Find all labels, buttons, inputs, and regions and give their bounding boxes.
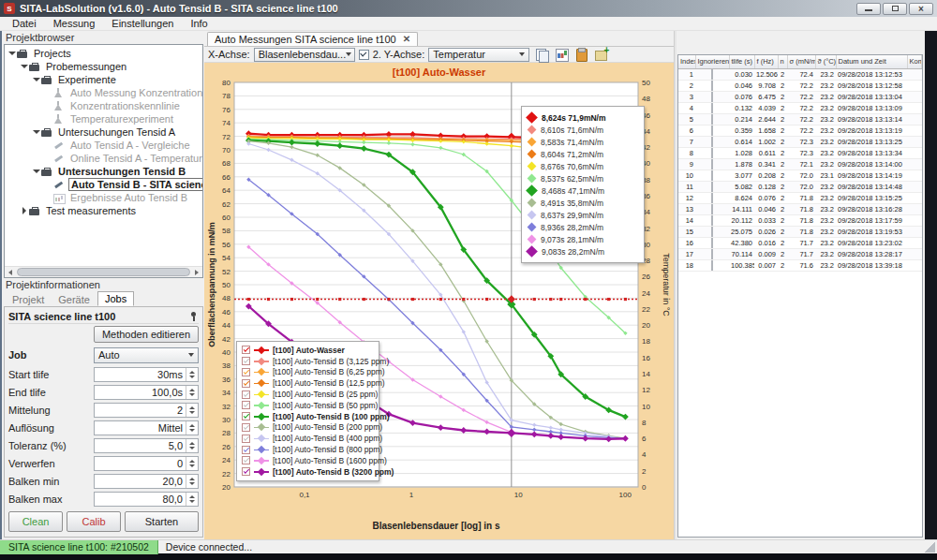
- tree-item[interactable]: Untersuchungen Tensid A: [5, 125, 202, 139]
- spinner-arrows[interactable]: [186, 475, 198, 488]
- table-row[interactable]: 81.0280.611272.323.209/28/2018 13:13:34: [678, 147, 922, 158]
- column-header[interactable]: σ (mN/m): [787, 55, 815, 68]
- job-select[interactable]: Auto: [94, 347, 199, 363]
- tree-item[interactable]: Projects: [5, 47, 202, 60]
- y2-axis-select[interactable]: Temperatur: [428, 48, 529, 62]
- ignore-checkbox[interactable]: [711, 92, 713, 102]
- column-header[interactable]: ϑ (°C): [815, 55, 836, 68]
- expander-open-icon[interactable]: [32, 169, 41, 173]
- tree-item[interactable]: Auto Tensid A - Vergleiche: [5, 139, 202, 152]
- column-header[interactable]: Ignorieren: [695, 55, 729, 68]
- table-row[interactable]: 1525.0750.026271.823.209/28/2018 13:19:5…: [678, 226, 922, 237]
- column-header[interactable]: Kommentar: [907, 55, 922, 68]
- legend-item[interactable]: [t100] Auto-Wasser: [242, 345, 374, 356]
- starten-button[interactable]: Starten: [125, 511, 199, 532]
- spinner-arrows[interactable]: [186, 439, 198, 452]
- spinner-arrows[interactable]: [186, 368, 198, 381]
- table-row[interactable]: 70.6141.002272.323.209/28/2018 13:13:25: [678, 136, 922, 147]
- y2-axis-checkbox[interactable]: [359, 50, 369, 60]
- minimize-button[interactable]: [856, 3, 881, 15]
- ignore-checkbox[interactable]: [711, 159, 713, 169]
- table-row[interactable]: 128.6240.076271.823.209/28/2018 13:15:25: [678, 192, 922, 203]
- spinner-arrows[interactable]: [186, 404, 198, 417]
- calib-button[interactable]: Calib: [67, 511, 121, 532]
- legend-checkbox[interactable]: [242, 456, 250, 464]
- tab-projekt[interactable]: Projekt: [6, 293, 51, 306]
- expander-open-icon[interactable]: [32, 78, 41, 81]
- table-row[interactable]: 60.3591.658272.223.209/28/2018 13:13:19: [678, 125, 922, 136]
- scroll-right-icon[interactable]: [191, 267, 202, 277]
- field-start-tlife[interactable]: 30ms: [94, 367, 199, 382]
- ignore-checkbox[interactable]: [711, 103, 713, 113]
- legend-checkbox[interactable]: [242, 423, 250, 432]
- ignore-checkbox[interactable]: [711, 114, 713, 125]
- ignore-checkbox[interactable]: [711, 215, 713, 226]
- field-verwerfen[interactable]: 0: [94, 456, 199, 471]
- column-header[interactable]: Index: [678, 55, 695, 68]
- column-header[interactable]: tlife (s): [729, 55, 754, 68]
- spinner-down-icon[interactable]: [189, 393, 195, 396]
- legend-item[interactable]: [t100] Auto-Tensid B (6,25 ppm): [242, 367, 374, 378]
- legend-item[interactable]: [t100] Auto-Tensid B (50 ppm): [242, 400, 374, 411]
- legend-item[interactable]: [t100] Auto-Tensid B (12,5 ppm): [242, 377, 374, 389]
- ignore-checkbox[interactable]: [711, 137, 713, 147]
- export-icon[interactable]: [594, 48, 608, 61]
- legend-item[interactable]: [t100] Auto-Tensid B (3200 ppm): [242, 466, 374, 478]
- legend-checkbox[interactable]: [242, 379, 250, 388]
- spinner-up-icon[interactable]: [189, 389, 195, 391]
- tree-item[interactable]: Auto Messung Konzentration: [5, 86, 202, 99]
- tree-item[interactable]: Untersuchungen Tensid B: [5, 165, 202, 178]
- legend-item[interactable]: [t100] Auto-Tensid B (100 ppm): [242, 411, 374, 422]
- tree-item[interactable]: Temperaturexperiment: [5, 112, 202, 125]
- expander-open-icon[interactable]: [20, 65, 29, 68]
- x-axis-select[interactable]: Blasenlebensdau...: [254, 48, 355, 62]
- menu-item-info[interactable]: Info: [182, 17, 216, 30]
- table-row[interactable]: 1642.3800.016271.723.209/28/2018 13:23:0…: [678, 237, 922, 248]
- ignore-checkbox[interactable]: [711, 170, 713, 181]
- resize-grip[interactable]: [924, 541, 935, 553]
- table-row[interactable]: 1420.1120.033271.823.209/28/2018 13:17:5…: [678, 214, 922, 226]
- legend-checkbox[interactable]: [242, 357, 250, 365]
- spinner-up-icon[interactable]: [189, 478, 195, 480]
- expander-open-icon[interactable]: [32, 130, 41, 134]
- legend-checkbox[interactable]: [242, 467, 250, 476]
- ignore-checkbox[interactable]: [711, 227, 713, 237]
- spinner-down-icon[interactable]: [189, 376, 195, 378]
- tree-horizontal-scrollbar[interactable]: [5, 266, 202, 277]
- table-row[interactable]: 103.0770.208272.023.109/28/2018 13:14:19: [678, 169, 922, 181]
- spinner-up-icon[interactable]: [189, 406, 195, 409]
- ignore-checkbox[interactable]: [711, 260, 713, 271]
- legend-checkbox[interactable]: [242, 446, 250, 454]
- chart-icon[interactable]: [555, 48, 569, 61]
- ignore-checkbox[interactable]: [711, 81, 713, 91]
- spinner-up-icon[interactable]: [189, 460, 195, 463]
- spinner-up-icon[interactable]: [189, 424, 195, 427]
- spinner-arrows[interactable]: [186, 493, 198, 506]
- table-row[interactable]: 1770.1140.009271.723.209/28/2018 13:28:1…: [678, 248, 922, 259]
- spinner-down-icon[interactable]: [189, 500, 195, 503]
- legend-checkbox[interactable]: [242, 401, 250, 409]
- table-row[interactable]: 10.03012.506272.423.209/28/2018 13:12:53: [678, 68, 922, 80]
- spinner-arrows[interactable]: [186, 457, 198, 470]
- table-row[interactable]: 40.1324.039272.223.209/28/2018 13:13:09: [678, 102, 922, 113]
- pin-icon[interactable]: [189, 311, 199, 322]
- ignore-checkbox[interactable]: [711, 182, 713, 192]
- field-toleranz-[interactable]: 5,0: [94, 438, 199, 453]
- spinner-down-icon[interactable]: [189, 411, 195, 414]
- legend-checkbox[interactable]: [242, 412, 250, 420]
- tab-auto-messungen[interactable]: Auto Messungen SITA science line t100 ✕: [207, 32, 418, 46]
- legend-item[interactable]: [t100] Auto-Tensid B (25 ppm): [242, 389, 374, 400]
- tree-item[interactable]: Probemessungen: [5, 60, 202, 73]
- column-header[interactable]: n: [778, 55, 787, 68]
- restore-button[interactable]: [883, 3, 907, 15]
- ignore-checkbox[interactable]: [711, 193, 713, 203]
- table-row[interactable]: 1314.1110.046271.823.209/28/2018 13:16:2…: [678, 203, 922, 214]
- tree-item[interactable]: Konzentrationskennlinie: [5, 99, 202, 112]
- ignore-checkbox[interactable]: [711, 249, 713, 259]
- spinner-up-icon[interactable]: [189, 442, 195, 445]
- table-row[interactable]: 20.0469.708272.223.209/28/2018 13:12:58: [678, 80, 922, 91]
- menu-item-messung[interactable]: Messung: [45, 17, 104, 30]
- menu-item-einstellungen[interactable]: Einstellungen: [103, 17, 182, 30]
- ignore-checkbox[interactable]: [711, 125, 713, 136]
- table-row[interactable]: 30.0766.475272.223.209/28/2018 13:13:04: [678, 91, 922, 102]
